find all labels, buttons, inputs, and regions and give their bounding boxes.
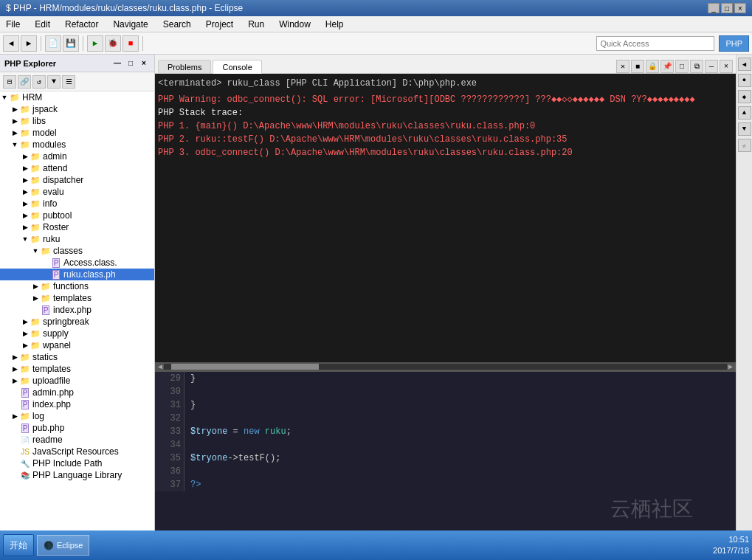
tree-item-libs[interactable]: ▶📁libs	[0, 115, 154, 127]
console-tab[interactable]: Console	[213, 60, 261, 74]
tree-item-roster[interactable]: ▶📁Roster	[0, 221, 154, 233]
tree-item-hrm[interactable]: ▼📁HRM	[0, 91, 154, 103]
tree-item-classes[interactable]: ▼📁classes	[0, 245, 154, 257]
menu-file[interactable]: File	[3, 18, 23, 30]
tree-item-wpanel[interactable]: ▶📁wpanel	[0, 339, 154, 351]
debug-button[interactable]: 🐞	[105, 35, 121, 52]
close-button[interactable]: ×	[734, 3, 746, 13]
tree-item-uploadfile[interactable]: ▶📁uploadfile	[0, 375, 154, 387]
tree-toggle-templates[interactable]: ▶	[31, 294, 40, 303]
tree-item-pubtool[interactable]: ▶📁pubtool	[0, 210, 154, 221]
tree-item-php_library[interactable]: 📚PHP Language Library	[0, 469, 154, 481]
scroll-track[interactable]	[164, 364, 727, 370]
tree-item-statics[interactable]: ▶📁statics	[0, 351, 154, 363]
new-button[interactable]: 📄	[45, 35, 61, 52]
right-icon-6[interactable]: ☆	[738, 139, 751, 152]
console-horizontal-scrollbar[interactable]: ◀ ▶	[155, 362, 736, 371]
save-button[interactable]: 💾	[63, 35, 79, 52]
eclipse-taskbar-item[interactable]: 🌑 Eclipse	[37, 535, 89, 556]
right-icon-5[interactable]: ▼	[738, 122, 751, 136]
minimize-button[interactable]: _	[708, 3, 720, 13]
tree-item-jspack[interactable]: ▶📁jspack	[0, 103, 154, 115]
maximize-console-button[interactable]: □	[675, 60, 689, 73]
menu-refactor[interactable]: Refactor	[62, 18, 101, 30]
tree-item-model[interactable]: ▶📁model	[0, 127, 154, 139]
tree-toggle-admin_php[interactable]	[10, 388, 19, 397]
tree-item-modules[interactable]: ▼📁modules	[0, 139, 154, 151]
tree-toggle-access_class[interactable]	[41, 258, 50, 267]
tree-toggle-statics[interactable]: ▶	[10, 353, 19, 362]
quick-access-input[interactable]	[596, 36, 714, 51]
right-icon-4[interactable]: ▲	[738, 106, 751, 120]
tree-item-templates_root[interactable]: ▶📁templates	[0, 363, 154, 375]
tree-item-admin[interactable]: ▶📁admin	[0, 151, 154, 162]
menu-navigate[interactable]: Navigate	[110, 18, 151, 30]
tree-toggle-roster[interactable]: ▶	[21, 223, 30, 232]
tree-item-dispatcher[interactable]: ▶📁dispatcher	[0, 174, 154, 186]
tree-toggle-attend[interactable]: ▶	[21, 164, 30, 173]
minimize-panel-icon[interactable]: —	[111, 58, 123, 69]
php-button[interactable]: PHP	[719, 35, 749, 52]
sync-button[interactable]: ↺	[32, 75, 46, 89]
tree-item-pub_php[interactable]: Ppub.php	[0, 422, 154, 434]
tree-toggle-php_include[interactable]	[10, 459, 19, 468]
tree-item-index_php_root[interactable]: Pindex.php	[0, 398, 154, 410]
tree-toggle-classes[interactable]: ▼	[31, 246, 40, 255]
menu-edit[interactable]: Edit	[32, 18, 53, 30]
scroll-right-arrow[interactable]: ▶	[727, 362, 734, 371]
tree-item-log[interactable]: ▶📁log	[0, 410, 154, 422]
tree-toggle-ruku[interactable]: ▼	[21, 235, 30, 243]
tree-toggle-model[interactable]: ▶	[10, 128, 19, 137]
tree-toggle-log[interactable]: ▶	[10, 412, 19, 421]
tree-toggle-functions[interactable]: ▶	[31, 282, 40, 291]
collapse-all-button[interactable]: ⊟	[3, 75, 16, 89]
tree-toggle-pubtool[interactable]: ▶	[21, 211, 30, 220]
tree-toggle-libs[interactable]: ▶	[10, 117, 19, 125]
tree-item-attend[interactable]: ▶📁attend	[0, 162, 154, 174]
close-panel-icon[interactable]: ×	[138, 58, 150, 69]
filter-button[interactable]: ▼	[47, 75, 61, 89]
maximize-button[interactable]: □	[721, 3, 733, 13]
tree-toggle-jspack[interactable]: ▶	[10, 105, 19, 114]
scroll-lock-button[interactable]: 🔒	[646, 60, 659, 73]
right-icon-1[interactable]: ◀	[738, 58, 751, 71]
tree-toggle-index_php[interactable]	[31, 305, 40, 314]
tree-item-info[interactable]: ▶📁info	[0, 198, 154, 210]
pin-console-button[interactable]: 📌	[660, 60, 674, 73]
tree-toggle-dispatcher[interactable]: ▶	[21, 176, 30, 184]
menu-button[interactable]: ☰	[62, 75, 75, 89]
menu-project[interactable]: Project	[203, 18, 236, 30]
tree-toggle-springbreak[interactable]: ▶	[21, 317, 30, 326]
scroll-thumb[interactable]	[171, 364, 319, 370]
restore-console-button[interactable]: ⧉	[690, 60, 703, 73]
tree-toggle-js_resources[interactable]	[10, 447, 19, 456]
problems-tab[interactable]: Problems	[158, 60, 211, 73]
menu-search[interactable]: Search	[160, 18, 194, 30]
tree-toggle-ruku_class[interactable]	[41, 270, 50, 279]
stop-button[interactable]: ■	[123, 35, 139, 52]
tree-toggle-wpanel[interactable]: ▶	[21, 341, 30, 350]
tree-toggle-templates_root[interactable]: ▶	[10, 364, 19, 373]
tree-toggle-admin[interactable]: ▶	[21, 152, 30, 161]
tree-toggle-php_library[interactable]	[10, 471, 19, 480]
tree-item-templates[interactable]: ▶📁templates	[0, 292, 154, 304]
tree-toggle-pub_php[interactable]	[10, 424, 19, 432]
tree-toggle-hrm[interactable]: ▼	[0, 93, 9, 102]
stop-console-button[interactable]: ■	[631, 60, 644, 73]
tree-toggle-info[interactable]: ▶	[21, 199, 30, 208]
tree-toggle-readme[interactable]	[10, 435, 19, 444]
clear-console-button[interactable]: ✕	[616, 60, 629, 73]
tree-item-supply[interactable]: ▶📁supply	[0, 328, 154, 339]
back-button[interactable]: ◀	[3, 35, 19, 52]
tree-toggle-evalu[interactable]: ▶	[21, 187, 30, 196]
right-icon-2[interactable]: ●	[738, 74, 751, 87]
start-button[interactable]: 开始	[3, 534, 34, 556]
tree-item-php_include[interactable]: 🔧PHP Include Path	[0, 457, 154, 469]
tree-item-ruku_class[interactable]: Pruku.class.ph	[0, 269, 154, 280]
menu-window[interactable]: Window	[276, 18, 314, 30]
tree-item-admin_php[interactable]: Padmin.php	[0, 387, 154, 398]
tree-item-readme[interactable]: 📄readme	[0, 434, 154, 446]
tree-item-ruku[interactable]: ▼📁ruku	[0, 233, 154, 245]
tree-toggle-index_php_root[interactable]	[10, 400, 19, 409]
tree-item-js_resources[interactable]: JSJavaScript Resources	[0, 446, 154, 457]
